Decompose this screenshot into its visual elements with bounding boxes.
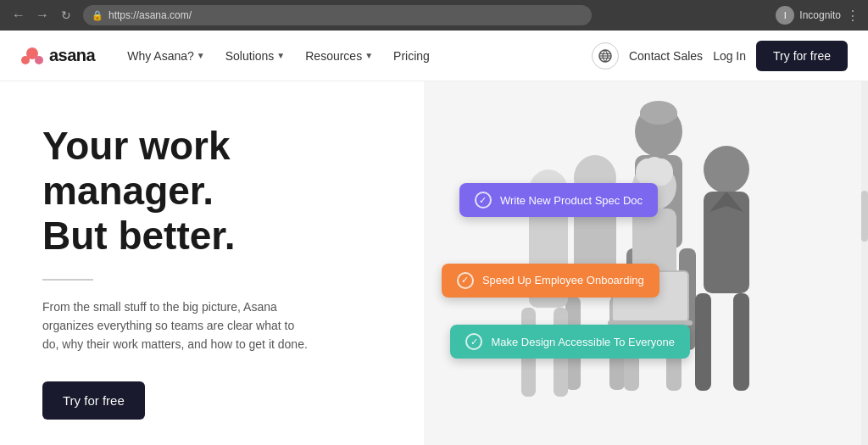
scrollbar[interactable] [861,81,868,445]
hero-section: Your work manager. But better. From the … [0,81,868,445]
svg-point-1 [21,56,30,64]
task-card-teal: ✓ Make Design Accessible To Everyone [450,325,690,359]
hero-cta-button[interactable]: Try for free [42,381,145,420]
check-circle-icon: ✓ [465,333,482,350]
check-circle-icon: ✓ [475,192,492,209]
nav-solutions[interactable]: Solutions ▼ [217,42,294,70]
profile-name: Incognito [799,9,841,21]
nav-links: Why Asana? ▼ Solutions ▼ Resources ▼ Pri… [119,42,592,70]
nav-why-asana[interactable]: Why Asana? ▼ [119,42,214,70]
svg-point-2 [35,56,43,64]
main-navbar: asana Why Asana? ▼ Solutions ▼ Resources… [0,31,868,81]
back-button[interactable]: ← [8,5,29,25]
browser-chrome: ← → ↻ 🔒 https://asana.com/ I Incognito ⋮ [0,0,868,31]
language-selector[interactable] [592,42,619,70]
chevron-down-icon: ▼ [197,51,205,60]
scrollbar-thumb [861,191,868,242]
logo-area[interactable]: asana [20,46,95,65]
task-cards-container: ✓ Write New Product Spec Doc ✓ Speed Up … [424,81,868,445]
address-bar[interactable]: 🔒 https://asana.com/ [83,5,592,25]
hero-divider [42,279,93,281]
browser-more-button[interactable]: ⋮ [846,8,860,24]
asana-logo-icon [20,47,44,65]
url-text: https://asana.com/ [108,9,192,21]
contact-sales-link[interactable]: Contact Sales [629,49,703,63]
https-icon: 🔒 [92,10,103,21]
nav-pricing[interactable]: Pricing [385,42,438,70]
task-card-purple: ✓ Write New Product Spec Doc [459,183,658,217]
hero-description: From the small stuff to the big picture,… [42,298,314,354]
task-card-orange: ✓ Speed Up Employee Onboarding [442,264,659,298]
try-free-nav-button[interactable]: Try for free [756,41,848,71]
profile-area: I Incognito ⋮ [776,6,860,25]
profile-avatar: I [776,6,794,25]
browser-nav-buttons: ← → ↻ [8,5,76,25]
forward-button[interactable]: → [32,5,53,25]
chevron-down-icon: ▼ [276,51,285,60]
chevron-down-icon: ▼ [364,51,373,60]
hero-headline: Your work manager. But better. [42,124,381,259]
check-circle-icon: ✓ [457,272,474,289]
nav-right: Contact Sales Log In Try for free [592,41,848,71]
login-link[interactable]: Log In [713,49,746,63]
nav-resources[interactable]: Resources ▼ [297,42,381,70]
hero-left: Your work manager. But better. From the … [0,81,424,445]
logo-text: asana [49,46,95,65]
hero-right: ✓ Write New Product Spec Doc ✓ Speed Up … [424,81,868,445]
reload-button[interactable]: ↻ [56,5,76,25]
